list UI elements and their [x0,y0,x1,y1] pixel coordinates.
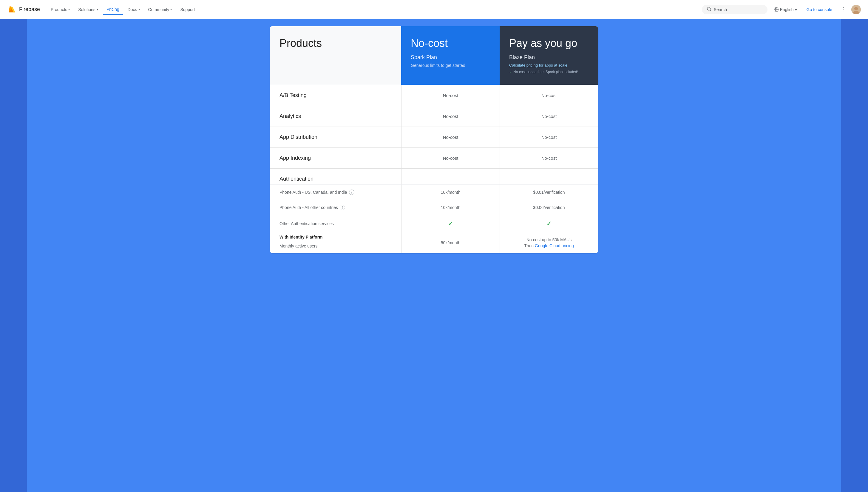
blaze-value: $0.06/verification [533,205,565,210]
auth-phone-other-blaze: $0.06/verification [500,200,598,215]
identity-product-cell: With Identity Platform Monthly active us… [270,232,401,253]
svg-line-1 [710,10,711,11]
identity-label: With Identity Platform [280,235,392,240]
language-selector[interactable]: English ▾ [770,5,800,14]
nav-item-support[interactable]: Support [177,5,199,14]
spark-plan-desc: Generous limits to get started [411,63,490,68]
svg-point-5 [854,7,858,10]
blaze-cell: No-cost [500,148,598,168]
calculate-pricing-link[interactable]: Calculate pricing for apps at scale [509,63,588,68]
paygo-title: Pay as you go [509,37,588,50]
search-input-label: Search [714,7,727,12]
svg-point-0 [707,7,711,10]
chevron-down-icon: ▾ [97,8,98,11]
products-heading: Products [280,37,322,50]
auth-phone-other-spark: 10k/month [401,200,500,215]
auth-header-blaze [500,169,598,184]
table-row: Analytics No-cost No-cost [270,106,598,127]
nav-right: Search English ▾ Go to console ⋮ [702,4,861,15]
auth-phone-us-spark: 10k/month [401,185,500,200]
auth-phone-other-label: Phone Auth - All other countries [280,205,338,210]
spark-value: No-cost [443,93,458,98]
identity-spark-value: 50k/month [441,240,460,245]
nocost-included-label: ✓ No-cost usage from Spark plan included… [509,70,588,74]
spark-value: No-cost [443,134,458,140]
header-paygo-cell: Pay as you go Blaze Plan Calculate prici… [500,26,598,85]
more-options-button[interactable]: ⋮ [838,4,849,15]
nav-links: Products ▾ Solutions ▾ Pricing Docs ▾ Co… [47,4,702,15]
table-row: App Distribution No-cost No-cost [270,127,598,147]
product-cell: Analytics [270,106,401,127]
spark-value: No-cost [443,155,458,161]
table-row: App Indexing No-cost No-cost [270,147,598,168]
header-products-cell: Products [270,26,401,85]
go-to-console-link[interactable]: Go to console [803,5,836,14]
blaze-value: No-cost [542,155,557,161]
search-icon [707,6,711,13]
spark-cell: No-cost [401,106,500,127]
identity-blaze-line1: No-cost up to 50k MAUs [526,237,572,242]
auth-phone-us-blaze: $0.01/verification [500,185,598,200]
spark-value: No-cost [443,114,458,119]
nav-item-pricing[interactable]: Pricing [103,4,123,15]
nav-item-community[interactable]: Community ▾ [144,5,176,14]
blaze-value: No-cost [542,134,557,140]
product-cell: App Distribution [270,127,401,147]
search-bar[interactable]: Search [702,5,767,14]
auth-phone-other-product: Phone Auth - All other countries ? [270,200,401,215]
identity-mau-label: Monthly active users [280,241,392,251]
chevron-down-icon: ▾ [795,7,797,12]
auth-other-spark: ✓ [401,215,500,232]
help-icon[interactable]: ? [340,205,345,210]
brand-logo-link[interactable]: Firebase [7,5,40,14]
auth-other-label: Other Authentication services [280,221,334,226]
product-cell: A/B Testing [270,85,401,106]
pricing-page: Products No-cost Spark Plan Generous lim… [270,19,598,265]
spark-cell: No-cost [401,85,500,106]
identity-sub-row: With Identity Platform Monthly active us… [270,232,598,253]
table-header: Products No-cost Spark Plan Generous lim… [270,26,598,85]
blaze-plan-label: Blaze Plan [509,54,588,60]
user-avatar[interactable] [851,5,861,14]
brand-name: Firebase [19,6,40,13]
pricing-table: Products No-cost Spark Plan Generous lim… [270,26,598,253]
product-cell: App Indexing [270,148,401,168]
language-label: English [780,7,794,12]
auth-sub-row: Other Authentication services ✓ ✓ [270,215,598,232]
spark-cell: No-cost [401,127,500,147]
identity-blaze-line2: Then Google Cloud pricing [524,243,574,248]
globe-icon [773,7,779,12]
blaze-cell: No-cost [500,85,598,106]
auth-other-product: Other Authentication services [270,215,401,232]
main-content: Products No-cost Spark Plan Generous lim… [0,19,868,265]
nocost-title: No-cost [411,37,490,50]
auth-section: Authentication Phone Auth - US, Canada, … [270,168,598,253]
blaze-cell: No-cost [500,127,598,147]
help-icon[interactable]: ? [349,190,354,195]
blaze-cell: No-cost [500,106,598,127]
nav-item-docs[interactable]: Docs ▾ [124,5,143,14]
identity-blaze-cell: No-cost up to 50k MAUs Then Google Cloud… [500,232,598,253]
auth-header-product: Authentication [270,169,401,184]
product-name: Analytics [280,113,392,119]
chevron-down-icon: ▾ [68,8,70,11]
spark-value: 10k/month [441,190,460,195]
blaze-value: No-cost [542,93,557,98]
spark-plan-label: Spark Plan [411,54,490,60]
nav-item-products[interactable]: Products ▾ [47,5,73,14]
blaze-value: $0.01/verification [533,190,565,195]
blaze-value: No-cost [542,114,557,119]
google-cloud-pricing-link[interactable]: Google Cloud pricing [535,243,574,248]
nav-item-solutions[interactable]: Solutions ▾ [75,5,102,14]
identity-spark-cell: 50k/month [401,232,500,253]
spark-cell: No-cost [401,148,500,168]
navbar: Firebase Products ▾ Solutions ▾ Pricing … [0,0,868,19]
check-icon: ✓ [547,220,552,227]
header-nocost-cell: No-cost Spark Plan Generous limits to ge… [401,26,500,85]
auth-other-blaze: ✓ [500,215,598,232]
product-name: App Distribution [280,134,392,140]
auth-phone-us-product: Phone Auth - US, Canada, and India ? [270,185,401,200]
auth-sub-row: Phone Auth - US, Canada, and India ? 10k… [270,184,598,200]
check-icon: ✓ [448,220,453,227]
auth-title: Authentication [280,176,392,182]
